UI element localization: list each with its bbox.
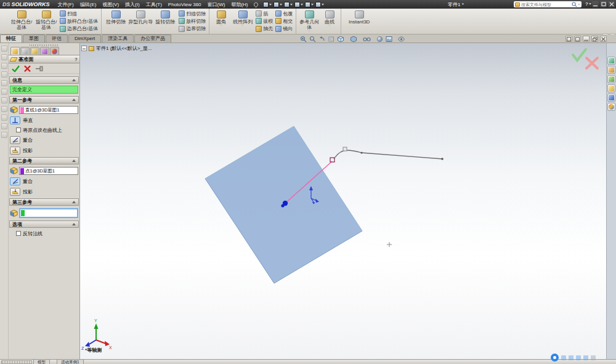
solidworks-resources-button[interactable] bbox=[607, 57, 615, 65]
doc-minimize-button[interactable] bbox=[583, 36, 590, 42]
lofted-cut-button[interactable]: 放样切除 bbox=[179, 17, 206, 25]
menu-pin-icon[interactable] bbox=[253, 1, 259, 7]
overlay-tool-icon[interactable] bbox=[569, 355, 573, 360]
file-explorer-button[interactable] bbox=[607, 75, 615, 83]
tab-features[interactable]: 特征 bbox=[0, 34, 22, 42]
doc-prev-window-button[interactable] bbox=[565, 36, 572, 42]
cancel-button[interactable] bbox=[24, 65, 31, 72]
appearances-button[interactable] bbox=[607, 94, 615, 102]
toolbar-icon[interactable] bbox=[1, 46, 7, 52]
mirror-button[interactable]: 镜向 bbox=[275, 25, 293, 33]
menu-help[interactable]: 帮助(H) bbox=[228, 1, 251, 8]
extruded-cut-button[interactable]: 拉伸切除 bbox=[103, 9, 128, 33]
tab-dimxpert[interactable]: DimXpert bbox=[68, 34, 101, 42]
display-style-button[interactable] bbox=[349, 36, 361, 42]
third-reference-header[interactable]: 第三参考 bbox=[9, 198, 79, 206]
reference-geometry-button[interactable]: 参考几何体 bbox=[298, 9, 320, 33]
chevron-down-icon[interactable] bbox=[220, 25, 222, 26]
sketch-spline[interactable] bbox=[334, 150, 442, 159]
menu-window[interactable]: 窗口(W) bbox=[205, 1, 229, 8]
shell-button[interactable]: 抽壳 bbox=[256, 25, 273, 33]
swept-cut-button[interactable]: 扫描切除 bbox=[179, 10, 206, 17]
minimize-button[interactable] bbox=[592, 1, 599, 7]
collapse-icon[interactable] bbox=[72, 99, 76, 101]
chevron-down-icon[interactable] bbox=[589, 3, 591, 5]
fillet-button[interactable]: 圆角 bbox=[211, 9, 231, 33]
coincident-button[interactable] bbox=[10, 136, 20, 144]
panel-drag-handle[interactable] bbox=[30, 44, 59, 46]
menu-photoview360[interactable]: PhotoView 360 bbox=[165, 2, 205, 7]
design-library-button[interactable] bbox=[607, 66, 615, 74]
toolbar-icon[interactable] bbox=[1, 106, 7, 112]
boundary-boss-button[interactable]: 边界凸台/基体 bbox=[60, 25, 98, 33]
previous-view-button[interactable] bbox=[318, 36, 326, 42]
toolbar-icon[interactable] bbox=[1, 80, 7, 86]
first-reference-header[interactable]: 第一参考 bbox=[9, 96, 79, 103]
perpendicular-button[interactable] bbox=[10, 116, 20, 124]
revolved-boss-button[interactable]: 旋转凸台/基体 bbox=[34, 9, 59, 33]
restore-button[interactable] bbox=[600, 1, 607, 7]
pm-propertymanager-tab[interactable] bbox=[10, 47, 20, 55]
doc-restore-button[interactable] bbox=[591, 36, 598, 42]
confirm-ok-button[interactable] bbox=[573, 49, 586, 60]
tab-sketch[interactable]: 草图 bbox=[23, 34, 45, 42]
chevron-down-icon[interactable] bbox=[393, 38, 395, 40]
chevron-down-icon[interactable] bbox=[405, 38, 408, 40]
lofted-boss-button[interactable]: 放样凸台/基体 bbox=[60, 17, 98, 25]
view-orientation-button[interactable] bbox=[336, 36, 348, 42]
overlay-settings-icon[interactable] bbox=[591, 355, 596, 360]
project-button[interactable] bbox=[10, 188, 20, 196]
search-button[interactable] bbox=[572, 2, 580, 7]
second-reference-header[interactable]: 第二参考 bbox=[9, 157, 79, 164]
spline-point-marker[interactable] bbox=[343, 147, 347, 151]
chevron-down-icon[interactable] bbox=[290, 4, 293, 6]
toolbar-icon[interactable] bbox=[1, 97, 7, 103]
instant3d-button[interactable]: Instant3D bbox=[343, 9, 375, 33]
view-palette-button[interactable] bbox=[607, 84, 615, 92]
toolbar-icon[interactable] bbox=[1, 71, 7, 78]
motion-study-tab[interactable]: 运动算例1 bbox=[57, 360, 84, 364]
wrap-button[interactable]: 包覆 bbox=[275, 10, 293, 17]
spline-endpoint[interactable] bbox=[441, 158, 444, 160]
custom-properties-button[interactable] bbox=[607, 103, 615, 111]
pm-displaymanager-tab[interactable] bbox=[40, 47, 49, 55]
zoom-to-fit-button[interactable] bbox=[299, 36, 307, 42]
origin-on-curve-checkbox[interactable] bbox=[16, 127, 21, 132]
free-point-marker[interactable] bbox=[387, 242, 392, 247]
search-scope-icon[interactable] bbox=[515, 2, 520, 7]
pm-dimxpertmanager-tab[interactable] bbox=[30, 47, 39, 55]
open-file-button[interactable] bbox=[274, 2, 282, 7]
chevron-down-icon[interactable] bbox=[301, 4, 303, 6]
edit-appearance-button[interactable] bbox=[376, 36, 384, 42]
collapse-icon[interactable] bbox=[72, 160, 76, 162]
intersect-button[interactable]: 相交 bbox=[275, 17, 293, 25]
search-box[interactable] bbox=[514, 1, 582, 7]
toolbar-icon[interactable] bbox=[1, 115, 7, 121]
print-button[interactable] bbox=[294, 2, 303, 7]
first-reference-selection-box[interactable]: 直线1@3D草图1 bbox=[19, 106, 78, 114]
third-reference-selection-box[interactable] bbox=[19, 208, 78, 218]
pm-appearances-tab[interactable] bbox=[50, 47, 59, 55]
chevron-down-icon[interactable] bbox=[311, 4, 314, 6]
swept-boss-button[interactable]: 扫描 bbox=[60, 10, 98, 17]
keep-visible-pin-icon[interactable] bbox=[35, 65, 43, 72]
toolbar-icon[interactable] bbox=[1, 132, 7, 138]
tab-render-tools[interactable]: 渲染工具 bbox=[102, 34, 134, 42]
menu-tools[interactable]: 工具(T) bbox=[143, 1, 165, 8]
overlay-tool-icon[interactable] bbox=[561, 355, 566, 360]
revolved-cut-button[interactable]: 旋转切除 bbox=[153, 9, 177, 33]
rebuild-button[interactable] bbox=[315, 2, 324, 7]
pm-help-icon[interactable]: ? bbox=[75, 57, 78, 62]
chevron-down-icon[interactable] bbox=[371, 38, 374, 40]
boundary-cut-button[interactable]: 边界切除 bbox=[179, 25, 206, 33]
draft-button[interactable]: 拔模 bbox=[256, 17, 273, 25]
toolbar-icon[interactable] bbox=[1, 89, 7, 95]
section-view-button[interactable] bbox=[327, 36, 335, 42]
search-input[interactable] bbox=[521, 2, 570, 7]
menu-file[interactable]: 文件(F) bbox=[55, 1, 77, 8]
toolbar-icon[interactable] bbox=[1, 54, 7, 60]
project-button[interactable] bbox=[10, 147, 20, 155]
collapse-icon[interactable] bbox=[72, 79, 76, 81]
tab-evaluate[interactable]: 评估 bbox=[46, 34, 68, 42]
rib-button[interactable]: 筋 bbox=[256, 10, 273, 17]
